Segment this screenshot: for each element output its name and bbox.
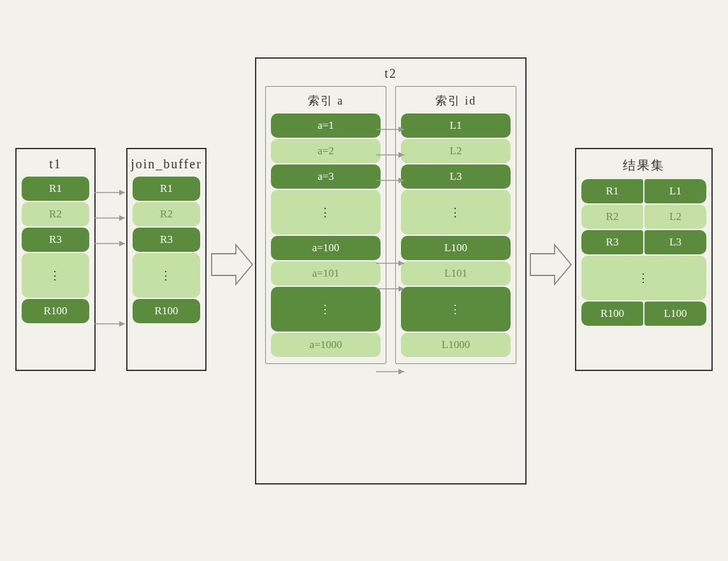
result-cell: R1 <box>581 179 643 203</box>
idx-a-row: a=1 <box>271 113 381 138</box>
buffer-row: R100 <box>133 299 200 323</box>
result-ellipsis: ⋮ <box>581 256 706 300</box>
idx-a-row: a=100 <box>271 236 381 260</box>
idx-id-row: L100 <box>401 236 511 260</box>
result-title: 结果集 <box>576 157 711 174</box>
idx-id-row: L1 <box>401 113 511 138</box>
idx-id-ellipsis: ⋮ <box>401 190 511 235</box>
index-id-title: 索引 id <box>401 93 511 108</box>
box-t2: t2 索引 a a=1 a=2 a=3 ⋮ a=100 a=101 ⋮ a=10… <box>255 57 527 484</box>
idx-a-row: a=3 <box>271 164 381 189</box>
idx-a-row: a=101 <box>271 261 381 286</box>
idx-a-row: a=1000 <box>271 333 381 357</box>
result-cell: L3 <box>644 230 706 254</box>
result-cell: R2 <box>581 205 643 229</box>
result-row: R100 L100 <box>581 302 706 326</box>
buffer-row: R1 <box>133 177 200 201</box>
result-cell: R100 <box>581 302 643 326</box>
t1-row: R1 <box>22 177 89 201</box>
result-cell: L100 <box>644 302 706 326</box>
idx-id-row: L1000 <box>401 333 511 357</box>
box-join-buffer: join_buffer R1 R2 R3 ⋮ R100 <box>126 148 207 371</box>
arrow-a-to-id <box>377 118 409 449</box>
buffer-row: R3 <box>133 228 200 252</box>
t1-ellipsis: ⋮ <box>22 253 89 298</box>
arrow-big-1 <box>210 242 255 287</box>
result-row: R3 L3 <box>581 230 706 254</box>
t1-row: R2 <box>22 202 89 226</box>
result-cell: R3 <box>581 230 643 254</box>
arrow-big-2 <box>529 242 574 287</box>
result-row: R1 L1 <box>581 179 706 203</box>
buffer-row: R2 <box>133 202 200 226</box>
result-row: R2 L2 <box>581 205 706 229</box>
t1-title: t1 <box>17 157 94 171</box>
t2-title: t2 <box>256 66 525 81</box>
box-result: 结果集 R1 L1 R2 L2 R3 L3 ⋮ R100 L100 <box>575 148 713 371</box>
idx-a-ellipsis: ⋮ <box>271 287 381 332</box>
buffer-ellipsis: ⋮ <box>133 253 200 298</box>
idx-a-row: a=2 <box>271 139 381 163</box>
box-t1: t1 R1 R2 R3 ⋮ R100 <box>15 148 96 371</box>
box-index-id: 索引 id L1 L2 L3 ⋮ L100 L101 ⋮ L1000 <box>395 86 516 364</box>
result-cell: L2 <box>644 205 706 229</box>
idx-id-row: L3 <box>401 164 511 189</box>
idx-id-ellipsis: ⋮ <box>401 287 511 332</box>
box-index-a: 索引 a a=1 a=2 a=3 ⋮ a=100 a=101 ⋮ a=1000 <box>265 86 386 364</box>
join-buffer-title: join_buffer <box>127 157 205 171</box>
result-cell: L1 <box>644 179 706 203</box>
t1-row: R100 <box>22 299 89 323</box>
index-a-title: 索引 a <box>271 93 381 108</box>
idx-id-row: L101 <box>401 261 511 286</box>
diagram-canvas: t1 R1 R2 R3 ⋮ R100 join_buffer R1 R2 R3 … <box>0 0 728 561</box>
idx-a-ellipsis: ⋮ <box>271 190 381 235</box>
t1-row: R3 <box>22 228 89 252</box>
idx-id-row: L2 <box>401 139 511 163</box>
